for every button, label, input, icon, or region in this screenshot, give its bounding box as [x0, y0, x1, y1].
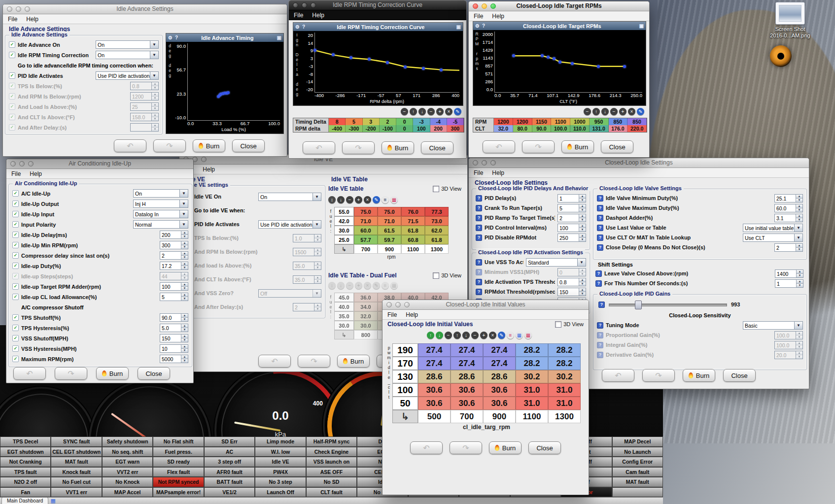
table-cell[interactable]: 61.8 [401, 226, 425, 235]
dropdown-arrow-icon[interactable] [313, 221, 321, 228]
setting-control[interactable]: Use PID idle activation [96, 71, 159, 80]
table-cell[interactable]: 1200 [513, 118, 532, 125]
close-button[interactable]: Close [138, 367, 170, 380]
table-cell[interactable]: 28.6 [451, 370, 483, 383]
curve-point[interactable] [368, 58, 371, 61]
titlebar[interactable]: Idle RPM Timing Correction Curve [289, 0, 466, 10]
table-cell[interactable]: 1000 [570, 118, 590, 125]
toolbar-icon[interactable]: + [355, 196, 362, 203]
setting-control[interactable]: Standard [526, 258, 586, 267]
spinner-buttons[interactable] [796, 332, 802, 339]
redo-button[interactable]: ↷ [55, 367, 87, 380]
spinner-buttons[interactable] [579, 204, 586, 212]
toolbar-icon[interactable]: ✎ [454, 108, 461, 115]
close-button[interactable]: Close [232, 139, 265, 152]
table-cell[interactable]: 27.4 [451, 357, 483, 370]
curve-point[interactable] [553, 57, 556, 60]
pid-gain-slider[interactable] [609, 301, 727, 308]
table-cell[interactable]: 71.0 [378, 216, 401, 226]
setting-control[interactable]: 150 [557, 288, 586, 296]
status-indicator[interactable]: AFR0 fault [204, 467, 255, 477]
curve-point[interactable] [541, 54, 544, 57]
status-indicator[interactable]: No seq. shift [102, 447, 153, 457]
status-indicator[interactable]: No Fuel cut [51, 477, 102, 487]
help-icon[interactable]: ? [482, 23, 485, 29]
spinner-buttons[interactable] [579, 278, 586, 286]
toolbar-icon[interactable]: ↑ [410, 108, 417, 115]
minimize-window-icon[interactable] [16, 6, 21, 12]
toolbar-icon[interactable]: × [445, 108, 452, 115]
status-indicator[interactable]: Not RPM synced [153, 477, 204, 487]
tab-main-dashboard[interactable]: Main Dashboard [1, 497, 48, 504]
spinner-buttons[interactable] [181, 345, 188, 352]
table-cell[interactable]: -100 [380, 125, 396, 132]
table-cell[interactable]: 100.0 [551, 125, 570, 132]
table-cell[interactable]: 32.0 [494, 125, 513, 132]
menu-help[interactable]: Help [312, 12, 324, 19]
status-indicator[interactable]: No Launch [612, 447, 663, 457]
spinner-buttons[interactable] [181, 252, 188, 259]
dropdown-arrow-icon[interactable] [179, 221, 188, 228]
setting-control[interactable]: Normal [133, 220, 188, 229]
toolbar-icon[interactable]: ↓ [601, 108, 609, 115]
table-cell[interactable]: 28.2 [516, 357, 548, 370]
minimize-window-icon[interactable] [482, 160, 487, 166]
table-cell[interactable]: 57.7 [354, 235, 378, 244]
table-cell[interactable]: 30.2 [548, 370, 581, 383]
spinner-buttons[interactable] [181, 335, 188, 342]
setting-control[interactable]: 20.0 [774, 351, 803, 359]
status-indicator[interactable]: MAT fault [51, 457, 102, 467]
zoom-window-icon[interactable] [201, 157, 207, 162]
undo-button[interactable]: ↶ [114, 139, 146, 152]
table-cell[interactable]: 60.8 [401, 235, 425, 244]
setting-control[interactable]: 35.0 [293, 262, 321, 270]
toolbar-icon[interactable]: × [628, 108, 635, 115]
setting-control[interactable]: 44 [160, 272, 188, 280]
status-indicator[interactable]: SD ready [153, 457, 204, 467]
titlebar[interactable]: Idle Advance Settings [3, 4, 287, 14]
table-cell[interactable]: 200 [430, 125, 447, 132]
table-cell[interactable]: 31.0 [548, 383, 581, 397]
toolbar-icon[interactable]: ≡ [507, 332, 514, 339]
setting-control[interactable]: 60.0 [774, 204, 803, 212]
spinner-buttons[interactable] [796, 341, 802, 349]
status-indicator[interactable]: Launch Off [255, 487, 306, 498]
toolbar-icon[interactable]: + [619, 108, 626, 115]
spinner-buttons[interactable] [579, 214, 586, 222]
spinner-buttons[interactable] [796, 351, 802, 359]
burn-button[interactable]: Burn [489, 441, 522, 454]
spinner-buttons[interactable] [314, 235, 321, 242]
dropdown-arrow-icon[interactable] [150, 51, 158, 59]
status-indicator[interactable]: Idle VE [255, 457, 306, 467]
setting-control[interactable]: 90.0 [160, 313, 188, 322]
setting-control[interactable]: 2 [774, 243, 803, 252]
status-indicator[interactable]: Cam fault [612, 467, 663, 477]
setting-control[interactable]: 100.0 [774, 331, 803, 339]
spinner-buttons[interactable] [579, 195, 586, 202]
setting-control[interactable]: 200 [160, 231, 188, 239]
table-cell[interactable]: 30.6 [418, 397, 451, 410]
table-cell[interactable]: 31.0 [516, 383, 548, 397]
close-button[interactable]: Close [528, 441, 561, 454]
status-indicator[interactable] [612, 487, 663, 498]
toolbar-icon[interactable]: − [346, 196, 353, 203]
table-cell[interactable]: 28.2 [548, 343, 581, 357]
close-window-icon[interactable] [386, 302, 392, 307]
spinner-buttons[interactable] [151, 93, 158, 100]
setting-control[interactable]: Inj H [133, 200, 188, 208]
spinner-buttons[interactable] [796, 270, 803, 277]
status-indicator[interactable]: Check Engine [306, 447, 357, 457]
setting-control[interactable]: Use CLT [743, 234, 803, 242]
burn-button[interactable]: Burn [683, 369, 715, 382]
setting-control[interactable]: Use PID idle activation [258, 220, 321, 229]
curve-point[interactable] [547, 56, 550, 59]
status-indicator[interactable]: CEL EGT shutdown [51, 447, 102, 457]
burn-button[interactable]: Burn [382, 141, 414, 154]
status-indicator[interactable]: MAT fault [612, 477, 663, 487]
table-cell[interactable]: 1200 [494, 118, 513, 125]
setting-control[interactable]: 100.0 [774, 341, 803, 349]
table-cell[interactable]: -4 [430, 118, 447, 125]
setting-control[interactable]: 2 [160, 251, 188, 260]
curve-point[interactable] [558, 61, 561, 64]
burn-button[interactable]: Burn [96, 367, 129, 380]
